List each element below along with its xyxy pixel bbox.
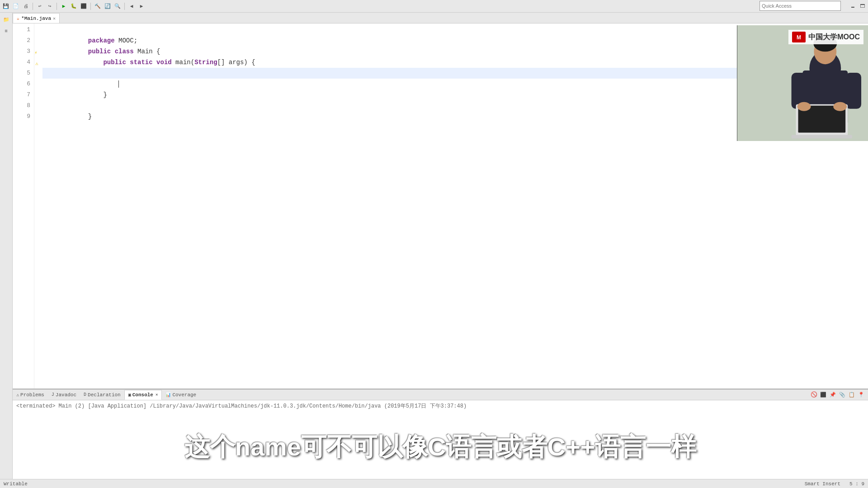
separator-2 — [57, 3, 57, 10]
tab-javadoc[interactable]: J Javadoc — [48, 390, 80, 400]
console-tool2-icon[interactable]: 📎 — [838, 391, 846, 399]
coverage-icon: 📊 — [165, 392, 171, 398]
declaration-icon: D — [84, 392, 86, 397]
minimize-icon[interactable]: 🗕 — [849, 2, 857, 10]
outline-icon[interactable]: ≡ — [1, 26, 11, 36]
maximize-icon[interactable]: 🗖 — [858, 2, 866, 10]
subtitle-text: 这个name可不可以像C语言或者C++语言一样 — [184, 430, 697, 465]
mooc-logo-text: 中国大学MOOC — [808, 33, 860, 42]
line-num-8: 8 — [13, 100, 30, 111]
forward-icon[interactable]: ▶ — [137, 2, 146, 10]
svg-text:M: M — [797, 34, 801, 41]
status-position: 5 : 9 — [849, 481, 864, 487]
main-java-tab[interactable]: ☕ *Main.java ✕ — [13, 13, 60, 23]
console-clear-icon[interactable]: 🚫 — [810, 391, 818, 399]
status-writable: Writable — [4, 481, 28, 487]
video-background: M 中国大学MOOC — [737, 25, 868, 141]
subtitle-bar: 这个name可不可以像C语言或者C++语言一样 — [13, 425, 868, 470]
console-pin-icon[interactable]: 📍 — [857, 391, 865, 399]
console-tool3-icon[interactable]: 📋 — [848, 391, 856, 399]
console-tool1-icon[interactable]: 📌 — [829, 391, 837, 399]
status-smart-insert: Smart Insert — [805, 481, 840, 487]
video-overlay: M 中国大学MOOC — [737, 25, 868, 141]
save-icon[interactable]: 💾 — [2, 2, 10, 10]
undo-icon[interactable]: ↩ — [36, 2, 44, 10]
separator-3 — [90, 3, 91, 10]
tab-label: *Main.java — [21, 16, 51, 21]
svg-rect-10 — [792, 135, 853, 139]
back-icon[interactable]: ◀ — [127, 2, 136, 10]
print-icon[interactable]: 🖨 — [22, 2, 30, 10]
svg-point-11 — [797, 102, 811, 111]
toolbar-right-icons: 🗕 🗖 — [849, 2, 866, 10]
main-container: 📁 ≡ ☕ *Main.java ✕ 1 2 3 4 5 6 7 — [0, 13, 868, 479]
bottom-tab-bar: ⚠ Problems J Javadoc D Declaration ▣ Con… — [13, 389, 868, 400]
javadoc-icon: J — [52, 392, 54, 397]
line-numbers: 1 2 3 4 5 6 7 8 9 — [13, 23, 34, 389]
line-num-6: 6 — [13, 79, 30, 89]
file-icon[interactable]: 📄 — [12, 2, 20, 10]
svg-point-12 — [833, 102, 847, 111]
line-num-3: 3 — [13, 46, 30, 57]
line-num-4: 4 — [13, 57, 30, 68]
line-num-1: 1 — [13, 24, 30, 35]
console-terminate-icon[interactable]: ⬛ — [819, 391, 827, 399]
tab-coverage[interactable]: 📊 Coverage — [162, 390, 200, 400]
line-num-5: 5 — [13, 68, 30, 79]
problems-icon: ⚠ — [16, 392, 19, 398]
javadoc-label: Javadoc — [56, 392, 76, 398]
problems-label: Problems — [20, 392, 44, 398]
tab-declaration[interactable]: D Declaration — [80, 390, 124, 400]
line-num-7: 7 — [13, 89, 30, 100]
line-num-9: 9 — [13, 111, 30, 122]
gutter: ⚡ ⚠ — [34, 23, 41, 389]
mooc-logo-icon: M — [792, 32, 806, 42]
search-icon[interactable]: 🔍 — [113, 2, 122, 10]
console-close-icon[interactable]: ✕ — [156, 392, 158, 397]
console-icon: ▣ — [128, 392, 131, 398]
java-file-icon: ☕ — [17, 16, 19, 21]
stop-icon[interactable]: ⬛ — [80, 2, 88, 10]
status-right: Smart Insert 5 : 9 — [805, 481, 864, 487]
tab-problems[interactable]: ⚠ Problems — [13, 390, 48, 400]
tab-close-icon[interactable]: ✕ — [53, 16, 56, 21]
line-num-2: 2 — [13, 35, 30, 46]
redo-icon[interactable]: ↪ — [46, 2, 54, 10]
run-icon[interactable]: ▶ — [60, 2, 68, 10]
separator-4 — [124, 3, 125, 10]
console-output: <terminated> Main (2) [Java Application]… — [16, 403, 467, 409]
tab-console[interactable]: ▣ Console ✕ — [124, 390, 162, 400]
main-toolbar: 💾 📄 🖨 ↩ ↪ ▶ 🐛 ⬛ 🔨 🔄 🔍 ◀ ▶ 🗕 🗖 — [0, 0, 868, 13]
mooc-logo: M 中国大学MOOC — [788, 30, 863, 44]
refresh-icon[interactable]: 🔄 — [104, 2, 112, 10]
editor-wrapper: ☕ *Main.java ✕ 1 2 3 4 5 6 7 8 9 — [13, 13, 868, 479]
tab-bar: ☕ *Main.java ✕ — [13, 13, 868, 23]
left-panel: 📁 ≡ — [0, 13, 13, 479]
build-icon[interactable]: 🔨 — [94, 2, 102, 10]
status-bar: Writable Smart Insert 5 : 9 — [0, 479, 868, 488]
svg-rect-7 — [845, 73, 861, 109]
declaration-label: Declaration — [88, 392, 121, 398]
debug-icon[interactable]: 🐛 — [70, 2, 78, 10]
quick-access-input[interactable] — [760, 1, 841, 11]
console-label: Console — [132, 392, 153, 398]
package-explorer-icon[interactable]: 📁 — [1, 14, 11, 24]
coverage-label: Coverage — [172, 392, 196, 398]
separator-1 — [33, 3, 33, 10]
